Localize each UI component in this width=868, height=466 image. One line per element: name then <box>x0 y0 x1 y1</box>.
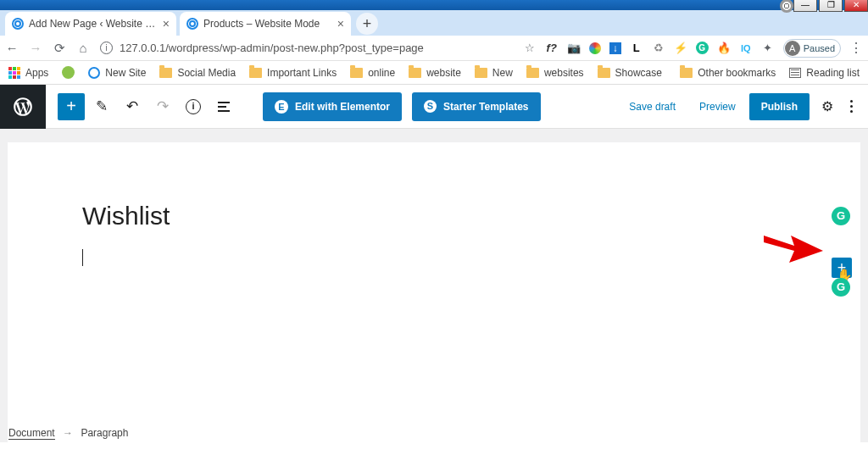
breadcrumb-root[interactable]: Document <box>8 427 55 440</box>
lightning-extension-icon[interactable]: ⚡ <box>674 42 687 55</box>
site-icon <box>88 67 100 79</box>
bookmark-folder[interactable]: website <box>409 67 461 79</box>
elementor-icon: E <box>275 100 288 114</box>
text-cursor <box>82 249 83 266</box>
starter-templates-button[interactable]: S Starter Templates <box>412 92 540 121</box>
apps-icon <box>8 67 20 79</box>
apps-shortcut[interactable]: Apps <box>8 67 48 79</box>
browser-tab-active[interactable]: Add New Page ‹ Website Mode × <box>5 12 176 36</box>
settings-gear-icon[interactable]: ⚙ <box>813 98 842 114</box>
nav-home-icon[interactable]: ⌂ <box>76 41 90 55</box>
svg-marker-0 <box>764 236 823 263</box>
whatfont-extension-icon[interactable]: f? <box>545 42 559 55</box>
tab-title: Products – Website Mode <box>203 18 332 30</box>
preview-button[interactable]: Preview <box>689 94 746 119</box>
profile-pill[interactable]: A Paused <box>783 39 841 58</box>
folder-icon <box>350 68 363 78</box>
wp-editor-header: + ✎ ↶ ↷ i E Edit with Elementor S Starte… <box>0 85 868 129</box>
tools-pencil-icon[interactable]: ✎ <box>88 93 115 120</box>
breadcrumb-sep-icon: → <box>63 427 73 439</box>
annotation-arrow-icon <box>764 230 823 263</box>
favicon-icon <box>12 18 24 30</box>
editor-canvas: Wishlist G + ✋ G Document → Paragraph <box>0 129 868 442</box>
os-titlebar: — ❐ ✕ <box>0 0 868 10</box>
grammarly-extension-icon[interactable]: G <box>696 42 709 54</box>
bookmark-folder[interactable]: New <box>475 67 513 79</box>
wp-logo-button[interactable] <box>0 85 46 129</box>
iq-extension-icon[interactable]: IQ <box>739 42 753 55</box>
window-close-button[interactable]: ✕ <box>844 0 868 12</box>
details-info-icon[interactable]: i <box>180 93 207 120</box>
l-extension-icon[interactable]: L <box>630 42 643 55</box>
folder-icon <box>475 68 487 78</box>
bookmark-item[interactable] <box>62 66 75 79</box>
address-field[interactable]: i 127.0.0.1/wordpress/wp-admin/post-new.… <box>100 42 513 54</box>
folder-icon <box>159 68 172 78</box>
window-minimize-button[interactable]: — <box>793 0 817 12</box>
other-bookmarks[interactable]: Other bookmarks <box>680 67 776 79</box>
bookmarks-bar: Apps New Site Social Media Important Lin… <box>0 61 868 85</box>
folder-icon <box>249 68 262 78</box>
page-content[interactable]: Wishlist G + ✋ G <box>8 142 860 442</box>
recycle-extension-icon[interactable]: ♻ <box>652 42 665 55</box>
starter-templates-icon: S <box>424 100 437 113</box>
folder-icon <box>409 68 421 78</box>
undo-icon[interactable]: ↶ <box>119 93 146 120</box>
new-tab-button[interactable]: + <box>356 13 378 35</box>
publish-button[interactable]: Publish <box>749 93 810 120</box>
site-info-icon[interactable]: i <box>100 42 113 54</box>
folder-icon <box>526 68 539 78</box>
bookmark-folder[interactable]: Social Media <box>159 67 236 79</box>
favicon-icon <box>186 18 198 30</box>
folder-icon <box>598 68 610 78</box>
nav-back-icon[interactable]: ← <box>5 41 19 55</box>
block-breadcrumb[interactable]: Document → Paragraph <box>8 427 128 439</box>
browser-urlbar: ← → ⟳ ⌂ i 127.0.0.1/wordpress/wp-admin/p… <box>0 36 868 61</box>
site-icon <box>62 66 75 79</box>
flame-extension-icon[interactable]: 🔥 <box>717 42 731 55</box>
folder-icon <box>680 68 693 78</box>
bookmark-folder[interactable]: online <box>350 67 395 79</box>
reading-list[interactable]: Reading list <box>789 67 860 79</box>
grammarly-badge-icon[interactable]: G <box>832 278 850 297</box>
bookmark-folder[interactable]: websites <box>526 67 584 79</box>
window-maximize-button[interactable]: ❐ <box>819 0 843 12</box>
grammarly-badge-icon[interactable]: G <box>832 207 850 225</box>
url-text: 127.0.0.1/wordpress/wp-admin/post-new.ph… <box>120 42 424 54</box>
bookmark-item[interactable]: New Site <box>88 67 146 79</box>
browser-tab[interactable]: Products – Website Mode × <box>180 12 351 36</box>
bookmark-star-icon[interactable]: ☆ <box>523 42 537 55</box>
add-block-button[interactable]: + <box>58 93 85 120</box>
tab-close-icon[interactable]: × <box>337 17 344 31</box>
browser-tabstrip: Add New Page ‹ Website Mode × Products –… <box>0 10 868 36</box>
avatar-icon: A <box>785 41 800 56</box>
download-extension-icon[interactable]: ↓ <box>609 42 621 54</box>
breadcrumb-leaf[interactable]: Paragraph <box>81 427 128 439</box>
nav-reload-icon[interactable]: ⟳ <box>53 41 66 56</box>
tab-close-icon[interactable]: × <box>163 17 170 31</box>
reading-list-icon <box>789 68 801 78</box>
profile-status: Paused <box>804 43 835 53</box>
bookmark-folder[interactable]: Showcase <box>598 67 662 79</box>
options-menu-icon[interactable] <box>845 100 858 113</box>
edit-elementor-button[interactable]: E Edit with Elementor <box>263 92 402 121</box>
browser-menu-icon[interactable]: ⋮ <box>849 42 863 55</box>
screenshot-extension-icon[interactable]: 📷 <box>567 42 581 55</box>
save-draft-button[interactable]: Save draft <box>619 94 686 119</box>
bookmark-folder[interactable]: Important Links <box>249 67 337 79</box>
nav-forward-icon[interactable]: → <box>29 41 42 55</box>
list-view-icon[interactable] <box>210 93 237 120</box>
page-title-input[interactable]: Wishlist <box>82 202 786 230</box>
tab-title: Add New Page ‹ Website Mode <box>29 18 158 30</box>
redo-icon[interactable]: ↷ <box>149 93 176 120</box>
colorpicker-extension-icon[interactable] <box>589 42 601 54</box>
extensions-icon[interactable]: ✦ <box>761 42 775 55</box>
